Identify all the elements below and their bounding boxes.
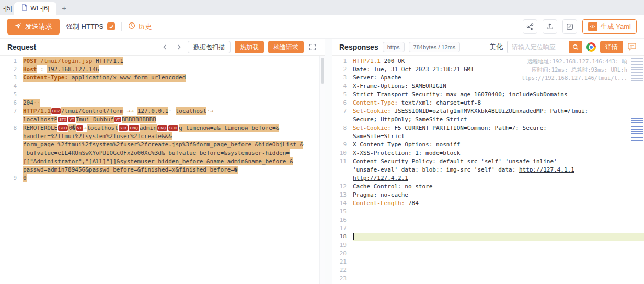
search-input[interactable] — [507, 41, 569, 53]
editor-line[interactable]: 8Set-Cookie: F5_CURRENT_PARTITION=Common… — [332, 124, 644, 141]
editor-line-content[interactable] — [23, 90, 325, 99]
toolbar: 发送请求 强制 HTTPS 历史 </> — [0, 15, 644, 39]
editor-line[interactable]: 5Strict-Transport-Security: max-age=1607… — [332, 90, 644, 99]
editor-line[interactable]: 13Pragma: no-cache — [332, 191, 644, 199]
editor-line[interactable]: 4X-Frame-Options: SAMEORIGIN — [332, 82, 644, 90]
url-link[interactable]: http://127.4.2.1 — [353, 175, 408, 181]
editor-line[interactable]: 18 — [332, 233, 644, 241]
fullscreen-icon[interactable] — [308, 42, 317, 52]
chrome-icon[interactable] — [586, 42, 596, 52]
editor-line[interactable]: 2Date: Tue, 31 Oct 2023 21:18:21 GMT — [332, 65, 644, 74]
editor-line-content[interactable]: Content-Security-Policy: default-src 'se… — [353, 157, 644, 183]
export-button[interactable] — [543, 19, 557, 34]
editor-line-content[interactable]: Host : 192.168.127.146 — [23, 65, 325, 74]
request-editor[interactable]: 1POST /tmui/login.jsp HTTP/1.12Host : 19… — [0, 56, 325, 284]
editor-line[interactable]: 22 — [332, 266, 644, 275]
tab-wf5-partial[interactable]: -[5] — [0, 5, 14, 15]
editor-line[interactable]: 1POST /tmui/login.jsp HTTP/1.1 — [0, 57, 325, 65]
editor-line-content[interactable]: HTTP/1.1 200 OK — [353, 57, 644, 65]
editor-line-content[interactable]: REMOTEROLESOH0�VT→localhostSTXENQadminEN… — [23, 124, 325, 174]
line-number: 23 — [332, 275, 353, 283]
editor-line[interactable]: 23 — [332, 275, 644, 283]
editor-line-content[interactable]: Server: Apache — [353, 74, 644, 82]
editor-line-content[interactable]: X-Content-Type-Options: nosniff — [353, 141, 644, 149]
hot-reload-button[interactable]: 热加载 — [235, 41, 264, 53]
comment-icon[interactable] — [627, 42, 637, 52]
editor-line-content[interactable]: Content-Length: 784 — [353, 199, 644, 208]
force-https-checkbox[interactable] — [107, 22, 115, 30]
chevron-left-icon[interactable] — [160, 42, 170, 52]
editor-line-content[interactable] — [353, 224, 644, 233]
editor-line[interactable]: 11Content-Security-Policy: default-src '… — [332, 157, 644, 183]
editor-line[interactable]: 3Server: Apache — [332, 74, 644, 82]
editor-line[interactable]: 2Host : 192.168.127.146 — [0, 65, 325, 74]
construct-request-button[interactable]: 构造请求 — [268, 41, 304, 53]
tab-wf6[interactable]: WF-[6] — [14, 2, 56, 15]
editor-line[interactable]: 90 — [0, 174, 325, 183]
editor-line[interactable]: 3Content-Type: application/x-www-form-ur… — [0, 74, 325, 82]
editor-line-content[interactable]: X-XSS-Protection: 1; mode=block — [353, 149, 644, 157]
editor-line[interactable]: 16 — [332, 216, 644, 224]
response-editor[interactable]: 远程地址:192.168.127.146:443: 响 应时间:12ms: 总耗… — [332, 56, 644, 284]
pane-splitter[interactable] — [325, 39, 332, 284]
history-button[interactable]: 历史 — [128, 22, 152, 31]
editor-token: [["Administrator","[All]"]]&systemuser-h… — [23, 157, 293, 165]
share-button[interactable] — [523, 19, 537, 34]
editor-line-content[interactable]: 204·· — [23, 99, 325, 107]
editor-line-content[interactable]: Date: Tue, 31 Oct 2023 21:18:21 GMT — [353, 65, 644, 74]
editor-line-content[interactable]: Strict-Transport-Security: max-age=16070… — [353, 90, 644, 99]
chevron-right-icon[interactable] — [174, 42, 183, 52]
details-button[interactable]: 详情 — [600, 41, 623, 53]
editor-line[interactable]: 8REMOTEROLESOH0�VT→localhostSTXENQadminE… — [0, 124, 325, 174]
editor-line-content[interactable]: Cache-Control: no-store — [353, 183, 644, 191]
main-split: Request 数据包扫描 热加载 构造请求 — [0, 39, 644, 284]
editor-line[interactable]: 17 — [332, 224, 644, 233]
editor-line[interactable]: 20 — [332, 249, 644, 258]
editor-line[interactable]: 7HTTP/1.1DC2/tmui/Control/form →→ 127.0.… — [0, 107, 325, 124]
editor-line[interactable]: 14Content-Length: 784 — [332, 199, 644, 208]
edit-button[interactable] — [562, 19, 577, 34]
request-scrollbar[interactable] — [319, 56, 325, 284]
editor-line[interactable]: 4 — [0, 82, 325, 90]
editor-line-content[interactable] — [353, 266, 644, 275]
editor-line-content[interactable] — [353, 275, 644, 283]
editor-line-content[interactable] — [353, 258, 644, 266]
request-scrollbar-thumb[interactable] — [321, 58, 324, 84]
beautify-button[interactable]: 美化 — [489, 42, 503, 52]
editor-line-content[interactable] — [353, 216, 644, 224]
packet-scan-button[interactable]: 数据包扫描 — [188, 41, 231, 53]
editor-line[interactable]: 1HTTP/1.1 200 OK — [332, 57, 644, 65]
editor-line[interactable]: 19 — [332, 241, 644, 249]
editor-line-content[interactable]: X-Frame-Options: SAMEORIGIN — [353, 82, 644, 90]
editor-line-content[interactable]: Pragma: no-cache — [353, 191, 644, 199]
editor-line-content[interactable] — [23, 82, 325, 90]
editor-line-content[interactable] — [353, 208, 644, 216]
editor-line[interactable]: 9X-Content-Type-Options: nosniff — [332, 141, 644, 149]
new-tab-button[interactable]: + — [56, 4, 72, 15]
editor-line-content[interactable]: POST /tmui/login.jsp HTTP/1.1 — [23, 57, 325, 65]
editor-line-content[interactable]: Content-Type: text/xml; charset=utf-8 — [353, 99, 644, 107]
editor-line-content[interactable] — [353, 233, 644, 241]
generate-yaml-button[interactable]: </> 生成 Yaml — [582, 19, 637, 34]
editor-line[interactable]: 12Cache-Control: no-store — [332, 183, 644, 191]
editor-line-content[interactable] — [353, 249, 644, 258]
editor-line-content[interactable]: Content-Type: application/x-www-form-url… — [23, 74, 325, 82]
editor-line-content[interactable]: Set-Cookie: JSESSIONID=ozlafg1mTMVKXkbk4… — [353, 107, 644, 124]
editor-line-content[interactable]: Set-Cookie: F5_CURRENT_PARTITION=Common;… — [353, 124, 644, 141]
editor-line[interactable]: 10X-XSS-Protection: 1; mode=block — [332, 149, 644, 157]
url-link[interactable]: http://127.4.1.1 — [519, 166, 574, 173]
minimap[interactable] — [630, 56, 643, 284]
editor-line-content[interactable]: HTTP/1.1DC2/tmui/Control/form →→ 127.0.0… — [23, 107, 325, 124]
editor-line-content[interactable] — [353, 241, 644, 249]
editor-line[interactable]: 15 — [332, 208, 644, 216]
editor-token: 0 — [23, 174, 27, 182]
editor-line[interactable]: 21 — [332, 258, 644, 266]
editor-token: : — [37, 66, 48, 73]
editor-line-content[interactable]: 0 — [23, 174, 325, 183]
editor-line[interactable]: 7Set-Cookie: JSESSIONID=ozlafg1mTMVKXkbk… — [332, 107, 644, 124]
send-request-button[interactable]: 发送请求 — [7, 19, 60, 35]
search-button[interactable] — [569, 41, 582, 53]
editor-line[interactable]: 5 — [0, 90, 325, 99]
editor-line[interactable]: 6204·· — [0, 99, 325, 107]
editor-line[interactable]: 6Content-Type: text/xml; charset=utf-8 — [332, 99, 644, 107]
